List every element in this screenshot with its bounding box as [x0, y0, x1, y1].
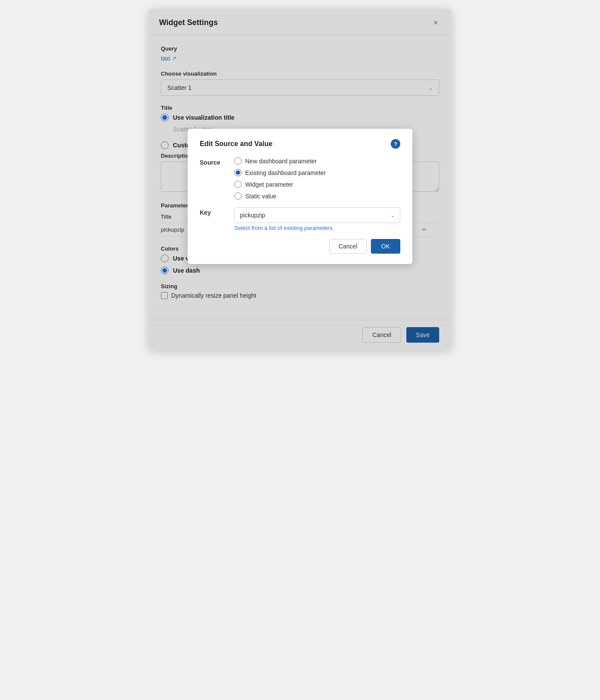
new-dashboard-param-label: New dashboard parameter: [245, 158, 317, 165]
static-value-radio[interactable]: [234, 192, 242, 200]
inner-dialog-header: Edit Source and Value ?: [200, 139, 400, 149]
source-row: Source New dashboard parameter Existing …: [200, 157, 400, 200]
widget-param-radio[interactable]: [234, 181, 242, 188]
existing-dashboard-param-label: Existing dashboard parameter: [245, 169, 326, 176]
key-row: Key pickupzip dropoffzip ⌄: [200, 207, 400, 223]
key-hint: Select from a list of existing parameter…: [234, 225, 400, 231]
widget-settings-modal: Widget Settings × Query taxi ↗ Choose vi…: [149, 9, 451, 350]
static-value-label: Static value: [245, 193, 276, 200]
existing-dashboard-param-radio[interactable]: [234, 169, 242, 176]
widget-param-label: Widget parameter: [245, 181, 293, 188]
inner-dialog: Edit Source and Value ? Source New dashb…: [188, 129, 412, 264]
key-select[interactable]: pickupzip dropoffzip: [234, 207, 400, 223]
key-label: Key: [200, 207, 226, 216]
new-dashboard-param-option[interactable]: New dashboard parameter: [234, 157, 326, 165]
source-radio-group: New dashboard parameter Existing dashboa…: [234, 157, 326, 200]
new-dashboard-param-radio[interactable]: [234, 157, 242, 165]
key-select-wrapper: pickupzip dropoffzip ⌄: [234, 207, 400, 223]
help-icon[interactable]: ?: [391, 139, 400, 149]
inner-ok-button[interactable]: OK: [371, 239, 400, 254]
existing-dashboard-param-option[interactable]: Existing dashboard parameter: [234, 169, 326, 176]
widget-param-option[interactable]: Widget parameter: [234, 181, 326, 188]
source-label: Source: [200, 157, 226, 166]
inner-dialog-title: Edit Source and Value: [200, 140, 272, 148]
inner-dialog-overlay: Edit Source and Value ? Source New dashb…: [149, 9, 451, 350]
static-value-option[interactable]: Static value: [234, 192, 326, 200]
inner-dialog-footer: Cancel OK: [200, 239, 400, 254]
inner-cancel-button[interactable]: Cancel: [329, 239, 367, 254]
